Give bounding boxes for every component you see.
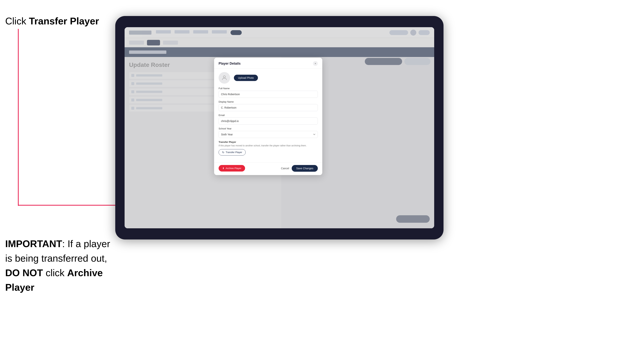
modal-title: Player Details xyxy=(218,62,240,66)
full-name-field-group: Full Name xyxy=(218,87,318,98)
upload-photo-button[interactable]: Upload Photo xyxy=(234,75,258,81)
archive-player-button[interactable]: ⬇ Archive Player xyxy=(218,165,245,172)
transfer-player-button[interactable]: ↻ Transfer Player xyxy=(218,149,246,156)
modal-close-button[interactable]: × xyxy=(313,61,318,66)
full-name-label: Full Name xyxy=(218,87,318,90)
archive-icon: ⬇ xyxy=(222,167,224,170)
transfer-section-description: If this player has moved to another scho… xyxy=(218,144,318,147)
cancel-button[interactable]: Cancel xyxy=(281,167,289,170)
transfer-section-title: Transfer Player xyxy=(218,141,318,143)
photo-section: Upload Photo xyxy=(218,72,318,84)
instruction-prefix: Click xyxy=(5,16,29,26)
instruction-do-not: DO NOT xyxy=(5,267,43,278)
display-name-field-group: Display Name xyxy=(218,100,318,111)
save-changes-button[interactable]: Save Changes xyxy=(292,165,318,172)
instruction-bold: Transfer Player xyxy=(29,16,99,26)
archive-btn-label: Archive Player xyxy=(226,167,241,170)
player-details-modal: Player Details × Upload Photo xyxy=(214,58,322,175)
instruction-bottom: IMPORTANT: If a player is being transfer… xyxy=(5,236,114,295)
instruction-important: IMPORTANT xyxy=(5,238,62,249)
display-name-input[interactable] xyxy=(218,104,318,111)
display-name-label: Display Name xyxy=(218,100,318,103)
svg-point-0 xyxy=(223,76,225,78)
school-year-select[interactable]: First Year Second Year Third Year Fourth… xyxy=(218,131,318,138)
modal-footer: ⬇ Archive Player Cancel Save Changes xyxy=(214,162,322,175)
email-field-group: Email xyxy=(218,114,318,125)
photo-placeholder xyxy=(218,72,230,84)
transfer-icon: ↻ xyxy=(222,151,224,154)
school-year-field-group: School Year First Year Second Year Third… xyxy=(218,127,318,138)
footer-right-buttons: Cancel Save Changes xyxy=(281,165,318,172)
email-input[interactable] xyxy=(218,118,318,125)
modal-header: Player Details × xyxy=(214,58,322,69)
email-label: Email xyxy=(218,114,318,117)
instruction-rest2: click xyxy=(43,267,67,278)
transfer-btn-label: Transfer Player xyxy=(226,151,242,154)
transfer-player-section: Transfer Player If this player has moved… xyxy=(218,141,318,156)
tablet-device: Update Roster xyxy=(115,16,444,239)
user-icon xyxy=(221,75,228,81)
instruction-top: Click Transfer Player xyxy=(5,15,99,27)
full-name-input[interactable] xyxy=(218,91,318,98)
tablet-screen: Update Roster xyxy=(124,27,434,228)
annotation-vertical-line xyxy=(18,29,19,206)
school-year-label: School Year xyxy=(218,127,318,130)
close-icon: × xyxy=(315,62,316,65)
modal-body: Upload Photo Full Name Display Name Emai… xyxy=(214,69,322,162)
